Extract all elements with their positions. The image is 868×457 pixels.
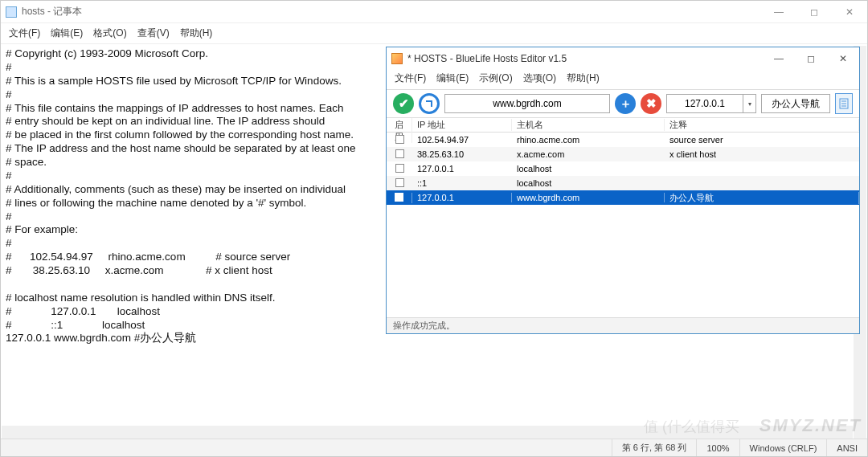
ip-dropdown-icon[interactable]: ▾ <box>743 94 756 113</box>
notepad-statusbar: 第 6 行, 第 68 列 100% Windows (CRLF) ANSI <box>1 439 867 456</box>
cell-host: localhost <box>512 178 665 188</box>
row-checkbox[interactable] <box>395 149 404 158</box>
cell-ip: 102.54.94.97 <box>412 135 512 145</box>
notepad-titlebar[interactable]: hosts - 记事本 — ◻ ✕ <box>1 1 867 23</box>
cell-ip: 127.0.0.1 <box>412 193 512 202</box>
status-position: 第 6 行, 第 68 列 <box>612 439 697 456</box>
editor-maximize-button[interactable]: ◻ <box>795 47 827 70</box>
table-row[interactable]: 127.0.0.1www.bgrdh.com办公人导航 <box>387 190 859 205</box>
row-checkbox[interactable] <box>395 135 404 144</box>
cell-host: localhost <box>512 164 665 173</box>
notepad-menubar: 文件(F) 编辑(E) 格式(O) 查看(V) 帮助(H) <box>1 23 867 44</box>
apply-button[interactable]: ✔ <box>393 93 414 114</box>
cell-host: x.acme.com <box>512 149 665 159</box>
col-ip[interactable]: IP 地址 <box>412 119 512 131</box>
menu-file[interactable]: 文件(F) <box>4 25 45 42</box>
col-host[interactable]: 主机名 <box>512 119 665 131</box>
table-row[interactable]: 127.0.0.1localhost <box>387 161 859 176</box>
editor-toolbar: ✔ ＋ ✖ ▾ <box>387 89 859 118</box>
editor-minimize-button[interactable]: — <box>763 47 795 70</box>
status-encoding: ANSI <box>826 439 867 456</box>
row-checkbox[interactable] <box>395 178 404 187</box>
status-eol: Windows (CRLF) <box>739 439 827 456</box>
cell-host: www.bgrdh.com <box>512 193 665 202</box>
menu-format[interactable]: 格式(O) <box>88 25 131 42</box>
editor-menubar: 文件(F) 编辑(E) 示例(O) 选项(O) 帮助(H) <box>387 70 859 89</box>
cell-ip: ::1 <box>412 178 512 188</box>
editor-menu-example[interactable]: 示例(O) <box>474 70 517 87</box>
table-header: 已启用 IP 地址 主机名 注释 <box>387 118 859 133</box>
open-file-button[interactable] <box>835 93 853 114</box>
ip-input[interactable] <box>666 94 743 113</box>
refresh-button[interactable] <box>419 93 440 114</box>
minimize-button[interactable]: — <box>761 1 796 23</box>
notepad-icon <box>6 6 17 18</box>
hosts-table: 已启用 IP 地址 主机名 注释 102.54.94.97rhino.acme.… <box>387 118 859 317</box>
editor-menu-file[interactable]: 文件(F) <box>390 70 431 87</box>
menu-edit[interactable]: 编辑(E) <box>46 25 88 42</box>
editor-titlebar[interactable]: * HOSTS - BlueLife Hosts Editor v1.5 — ◻… <box>387 47 859 70</box>
add-button[interactable]: ＋ <box>615 93 636 114</box>
editor-app-icon <box>391 53 403 64</box>
cell-host: rhino.acme.com <box>512 135 665 145</box>
table-row[interactable]: 38.25.63.10x.acme.comx client host <box>387 147 859 161</box>
cell-comment: source server <box>665 135 859 145</box>
cell-comment: x client host <box>665 149 859 159</box>
horizontal-scrollbar[interactable] <box>2 426 853 439</box>
editor-statusbar: 操作成功完成。 <box>387 317 859 333</box>
close-button[interactable]: ✕ <box>832 1 867 23</box>
editor-title: * HOSTS - BlueLife Hosts Editor v1.5 <box>407 53 567 64</box>
cell-ip: 127.0.0.1 <box>412 164 512 173</box>
status-zoom: 100% <box>696 439 739 456</box>
hostname-input[interactable] <box>444 94 610 113</box>
editor-menu-help[interactable]: 帮助(H) <box>562 70 604 87</box>
maximize-button[interactable]: ◻ <box>796 1 832 23</box>
col-comment[interactable]: 注释 <box>665 119 859 131</box>
menu-view[interactable]: 查看(V) <box>133 25 174 42</box>
table-row[interactable]: ::1localhost <box>387 176 859 190</box>
cell-ip: 38.25.63.10 <box>412 149 512 159</box>
hosts-editor-window: * HOSTS - BlueLife Hosts Editor v1.5 — ◻… <box>386 47 860 334</box>
editor-menu-edit[interactable]: 编辑(E) <box>432 70 473 87</box>
table-row[interactable]: 102.54.94.97rhino.acme.comsource server <box>387 133 859 147</box>
row-checkbox[interactable] <box>395 164 404 173</box>
comment-input[interactable] <box>761 94 830 113</box>
delete-button[interactable]: ✖ <box>641 93 661 114</box>
row-checkbox[interactable] <box>395 193 403 202</box>
cell-comment: 办公人导航 <box>665 192 859 204</box>
menu-help[interactable]: 帮助(H) <box>175 25 218 42</box>
editor-menu-options[interactable]: 选项(O) <box>518 70 561 87</box>
notepad-title: hosts - 记事本 <box>22 5 82 18</box>
editor-close-button[interactable]: ✕ <box>827 47 859 70</box>
